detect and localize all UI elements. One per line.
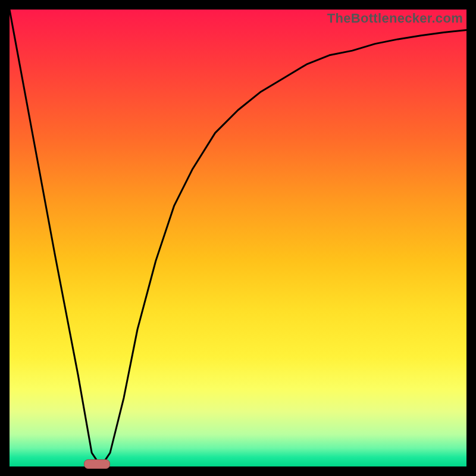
bottleneck-curve-path <box>10 10 466 466</box>
optimal-marker <box>84 459 110 469</box>
chart-frame: TheBottlenecker.com <box>10 10 466 466</box>
curve-svg <box>10 10 466 466</box>
watermark-text: TheBottlenecker.com <box>327 11 463 26</box>
